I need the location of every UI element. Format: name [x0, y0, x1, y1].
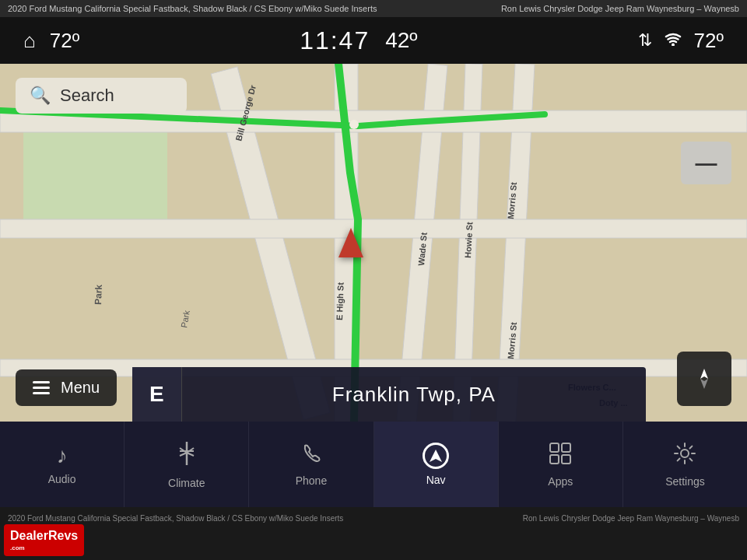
settings-icon [673, 442, 696, 471]
position-marker [338, 228, 363, 257]
header-left: ⌂ 72º [23, 29, 79, 53]
search-label: Search [60, 86, 114, 106]
zoom-out-button[interactable]: — [681, 142, 731, 184]
watermark-bar: 2020 Ford Mustang California Special Fas… [0, 507, 747, 529]
nav-label: Nav [426, 474, 446, 486]
location-name: Franklin Twp, PA [182, 383, 646, 407]
hamburger-icon [33, 381, 50, 394]
header-temp-right: 72º [694, 29, 724, 53]
climate-icon [175, 440, 198, 472]
svg-rect-31 [550, 443, 559, 452]
climate-label: Climate [168, 477, 205, 489]
svg-rect-9 [0, 219, 747, 238]
compass-icon [693, 367, 716, 390]
home-icon[interactable]: ⌂ [23, 29, 36, 53]
apps-label: Apps [548, 475, 573, 488]
infotainment-screen: ⌂ 72º 11:47 42º ⇅ 72º [0, 17, 747, 507]
svg-rect-33 [550, 455, 559, 464]
position-arrow [338, 228, 363, 257]
sort-icon[interactable]: ⇅ [638, 30, 652, 51]
svg-text:Howie St: Howie St [463, 222, 474, 258]
header-outside-temp: 42º [385, 28, 417, 53]
search-bar[interactable]: 🔍 Search [16, 78, 187, 114]
header-bar: ⌂ 72º 11:47 42º ⇅ 72º [0, 17, 747, 64]
svg-point-0 [672, 43, 675, 46]
svg-point-35 [681, 450, 689, 457]
direction-letter: E [149, 382, 164, 407]
svg-text:E High St: E High St [335, 282, 345, 320]
svg-rect-34 [562, 455, 570, 464]
dealer-logo: DealerRevs .com [4, 524, 84, 556]
audio-label: Audio [48, 473, 76, 485]
header-temp-left: 72º [50, 29, 79, 53]
map-area: Bill George Dr E High St Wade St Howie S… [0, 64, 747, 422]
svg-line-27 [180, 453, 187, 456]
settings-label: Settings [665, 475, 705, 488]
header-center: 11:47 42º [300, 26, 417, 55]
dealer-logo-tagline: .com [10, 544, 25, 551]
bottom-nav-bar: ♪ Audio Climate Pho [0, 422, 747, 507]
top-meta-bar: 2020 Ford Mustang California Special Fas… [0, 0, 747, 17]
audio-icon: ♪ [57, 443, 68, 468]
top-meta-right: Ron Lewis Chrysler Dodge Jeep Ram Waynes… [501, 4, 739, 13]
compass-button[interactable] [677, 352, 731, 406]
nav-item-nav[interactable]: Nav [374, 422, 499, 507]
watermark-right: Ron Lewis Chrysler Dodge Jeep Ram Waynes… [523, 514, 739, 523]
menu-label: Menu [61, 379, 100, 397]
menu-button[interactable]: Menu [16, 369, 117, 406]
svg-text:Park: Park [93, 284, 104, 305]
svg-marker-23 [700, 379, 708, 389]
zoom-minus-icon: — [696, 151, 717, 176]
svg-line-28 [187, 453, 194, 456]
nav-item-apps[interactable]: Apps [499, 422, 623, 507]
apps-icon [549, 442, 572, 471]
nav-item-audio[interactable]: ♪ Audio [0, 422, 124, 507]
wifi-icon [665, 32, 682, 50]
svg-marker-30 [430, 450, 442, 462]
nav-item-climate[interactable]: Climate [124, 422, 249, 507]
nav-circle-icon [423, 443, 449, 469]
dealer-logo-text: DealerRevs [10, 529, 78, 543]
nav-arrow-icon [428, 448, 444, 464]
phone-icon [300, 443, 322, 470]
phone-label: Phone [296, 474, 327, 487]
nav-direction-banner: E Franklin Twp, PA [132, 367, 646, 422]
svg-point-21 [349, 120, 359, 129]
direction-box: E [132, 367, 182, 422]
svg-rect-32 [562, 443, 570, 452]
header-right: ⇅ 72º [638, 29, 724, 53]
watermark-left: 2020 Ford Mustang California Special Fas… [8, 514, 343, 523]
header-time: 11:47 [300, 26, 370, 55]
top-meta-left: 2020 Ford Mustang California Special Fas… [8, 4, 377, 13]
svg-marker-22 [700, 369, 708, 379]
nav-item-phone[interactable]: Phone [249, 422, 374, 507]
nav-item-settings[interactable]: Settings [623, 422, 747, 507]
map-background: Bill George Dr E High St Wade St Howie S… [0, 64, 747, 422]
search-icon: 🔍 [30, 86, 51, 106]
